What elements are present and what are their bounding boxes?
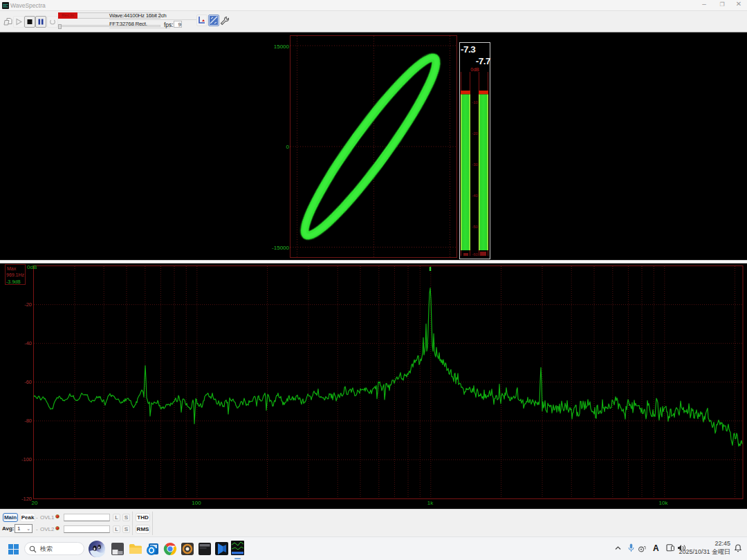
svg-text:-60: -60 <box>24 379 32 385</box>
svg-text:-15000: -15000 <box>272 245 289 251</box>
svg-text:-3.9dB: -3.9dB <box>6 279 21 284</box>
svg-text:-30: -30 <box>472 162 478 167</box>
svg-text:-50: -50 <box>472 225 478 229</box>
svg-text:969.1Hz: 969.1Hz <box>6 272 25 277</box>
svg-text:-20: -20 <box>472 131 478 136</box>
svg-text:0: 0 <box>286 144 290 150</box>
svg-text:1k: 1k <box>427 500 434 506</box>
svg-text:10k: 10k <box>659 500 669 506</box>
svg-text:-40: -40 <box>24 340 32 346</box>
svg-text:-40: -40 <box>472 194 478 198</box>
svg-text:-80: -80 <box>24 418 32 424</box>
svg-text:100: 100 <box>192 500 201 506</box>
svg-text:0dB: 0dB <box>470 67 479 72</box>
svg-text:0dB: 0dB <box>27 264 37 270</box>
svg-text:-20: -20 <box>24 301 32 308</box>
svg-text:20: 20 <box>32 500 38 506</box>
svg-text:Max: Max <box>7 266 17 271</box>
svg-text:-7.7: -7.7 <box>476 56 490 66</box>
svg-text:-7.3: -7.3 <box>461 44 476 55</box>
svg-text:-60: -60 <box>472 252 478 256</box>
svg-text:-100: -100 <box>21 456 32 463</box>
svg-text:-10: -10 <box>472 100 478 104</box>
svg-text:-120: -120 <box>21 496 32 502</box>
svg-text:15000: 15000 <box>274 44 290 50</box>
